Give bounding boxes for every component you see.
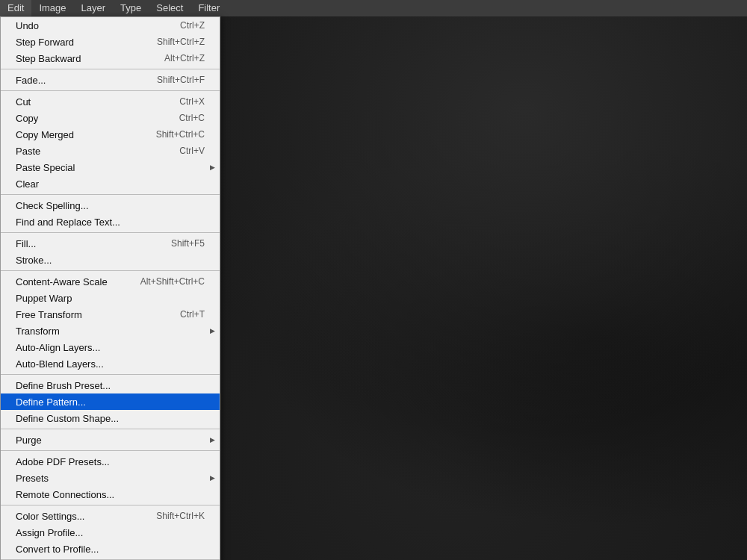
menu-define-custom-shape[interactable]: Define Custom Shape...: [1, 410, 220, 426]
menu-find-replace[interactable]: Find and Replace Text...: [1, 214, 220, 230]
menu-color-settings[interactable]: Color Settings... Shift+Ctrl+K: [1, 508, 220, 524]
menu-fill[interactable]: Fill... Shift+F5: [1, 235, 220, 252]
menu-remote-connections[interactable]: Remote Connections...: [1, 486, 220, 503]
separator-4: [1, 232, 220, 233]
menubar-filter[interactable]: Filter: [190, 0, 227, 16]
menu-step-backward[interactable]: Step Backward Alt+Ctrl+Z: [1, 50, 220, 66]
menubar-layer[interactable]: Layer: [74, 0, 114, 16]
menu-check-spelling[interactable]: Check Spelling...: [1, 197, 220, 214]
menubar-type[interactable]: Type: [113, 0, 149, 16]
menu-cut[interactable]: Cut Ctrl+X: [1, 93, 220, 110]
menu-convert-to-profile[interactable]: Convert to Profile...: [1, 541, 220, 557]
menu-paste-special[interactable]: Paste Special: [1, 159, 220, 175]
menu-free-transform[interactable]: Free Transform Ctrl+T: [1, 306, 220, 323]
separator-5: [1, 270, 220, 271]
menu-stroke[interactable]: Stroke...: [1, 252, 220, 268]
menu-copy[interactable]: Copy Ctrl+C: [1, 110, 220, 126]
separator-2: [1, 90, 220, 91]
menu-adobe-pdf-presets[interactable]: Adobe PDF Presets...: [1, 453, 220, 470]
menu-auto-blend[interactable]: Auto-Blend Layers...: [1, 355, 220, 372]
menu-paste[interactable]: Paste Ctrl+V: [1, 143, 220, 159]
menu-fade[interactable]: Fade... Shift+Ctrl+F: [1, 72, 220, 88]
menu-clear[interactable]: Clear: [1, 175, 220, 192]
menu-define-pattern[interactable]: Define Pattern...: [1, 393, 220, 410]
menu-purge[interactable]: Purge: [1, 432, 220, 448]
menu-step-forward[interactable]: Step Forward Shift+Ctrl+Z: [1, 34, 220, 50]
menubar: Edit Image Layer Type Select Filter: [0, 0, 747, 16]
separator-7: [1, 429, 220, 429]
separator-9: [1, 505, 220, 505]
separator-6: [1, 374, 220, 375]
menubar-edit[interactable]: Edit: [0, 0, 31, 16]
menu-presets[interactable]: Presets: [1, 470, 220, 486]
menu-assign-profile[interactable]: Assign Profile...: [1, 524, 220, 541]
menu-copy-merged[interactable]: Copy Merged Shift+Ctrl+C: [1, 126, 220, 143]
menu-puppet-warp[interactable]: Puppet Warp: [1, 290, 220, 306]
menubar-select[interactable]: Select: [149, 0, 190, 16]
menu-content-aware-scale[interactable]: Content-Aware Scale Alt+Shift+Ctrl+C: [1, 273, 220, 290]
menu-undo[interactable]: Undo Ctrl+Z: [1, 17, 220, 34]
menu-transform[interactable]: Transform: [1, 323, 220, 339]
separator-1: [1, 69, 220, 69]
separator-3: [1, 194, 220, 195]
menu-auto-align[interactable]: Auto-Align Layers...: [1, 339, 220, 355]
menu-define-brush[interactable]: Define Brush Preset...: [1, 377, 220, 393]
separator-8: [1, 450, 220, 451]
edit-menu: Undo Ctrl+Z Step Forward Shift+Ctrl+Z St…: [0, 16, 220, 560]
menubar-image[interactable]: Image: [31, 0, 73, 16]
